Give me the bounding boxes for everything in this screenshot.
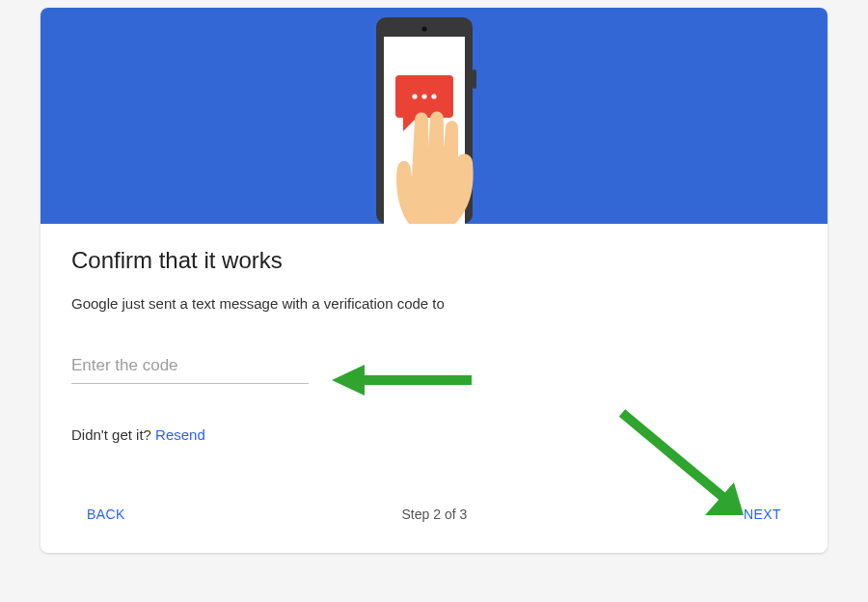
resend-prompt: Didn't get it? bbox=[71, 426, 155, 443]
phone-message-icon bbox=[338, 8, 530, 224]
arrow-to-code-input bbox=[332, 361, 476, 399]
back-button[interactable]: BACK bbox=[77, 499, 135, 530]
svg-rect-6 bbox=[473, 69, 476, 89]
svg-point-5 bbox=[431, 94, 436, 98]
page-title: Confirm that it works bbox=[71, 247, 797, 274]
svg-marker-8 bbox=[332, 365, 365, 396]
svg-point-4 bbox=[421, 94, 426, 98]
arrow-to-next-button bbox=[614, 405, 759, 531]
resend-link[interactable]: Resend bbox=[155, 426, 205, 443]
svg-line-9 bbox=[622, 413, 726, 500]
step-indicator: Step 2 of 3 bbox=[402, 506, 468, 522]
svg-point-3 bbox=[412, 94, 417, 98]
hero-banner bbox=[41, 8, 827, 224]
svg-point-1 bbox=[421, 26, 426, 31]
verification-card: Confirm that it works Google just sent a… bbox=[41, 8, 827, 553]
code-input[interactable] bbox=[71, 352, 309, 384]
description-text: Google just sent a text message with a v… bbox=[71, 295, 797, 312]
